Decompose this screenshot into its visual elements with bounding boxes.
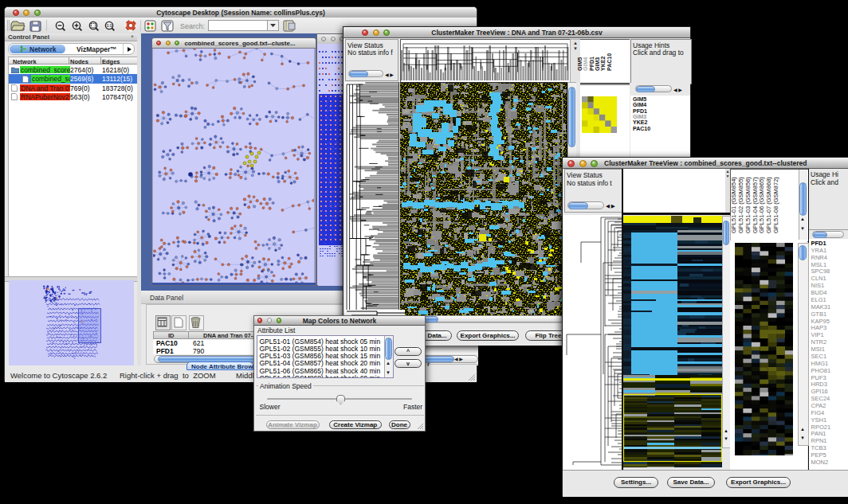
svg-text:1:1: 1:1 (107, 24, 112, 28)
svg-text:Search:: Search: (180, 22, 205, 30)
